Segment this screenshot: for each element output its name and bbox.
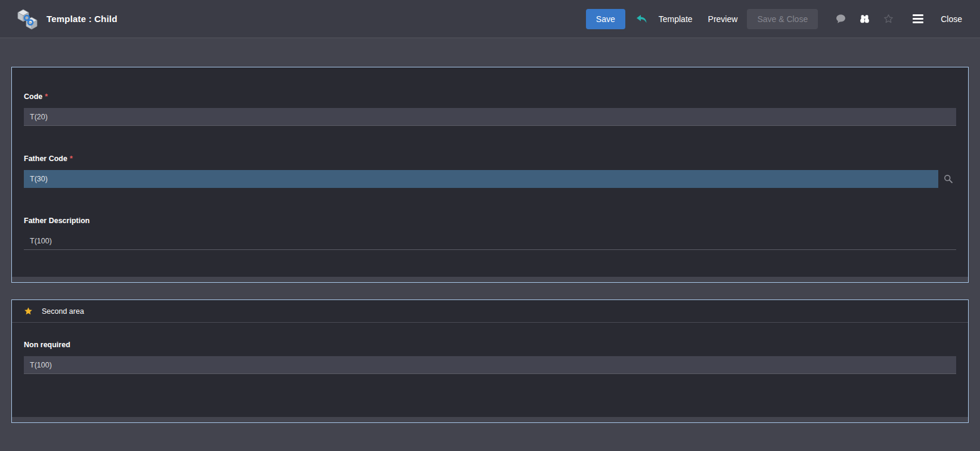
preview-button[interactable]: Preview [708,10,738,29]
field-father-code: Father Code* T(30) [24,155,956,188]
save-and-close-button[interactable]: Save & Close [747,9,818,29]
field-code: Code* T(20) [24,92,956,126]
star-icon[interactable] [881,12,895,26]
comment-icon[interactable] [833,12,848,26]
hamburger-menu-icon[interactable] [911,12,925,26]
panel-resize-strip [12,417,968,422]
second-area-header: Second area [12,300,968,323]
father-code-input[interactable]: T(30) [24,170,938,188]
template-button[interactable]: Template [659,10,693,29]
search-icon[interactable] [941,171,956,187]
panel-resize-strip [12,277,968,282]
form-page: Code* T(20) Father Code* T(30) [0,38,980,423]
non-required-label: Non required [24,341,956,349]
topbar: Template : Child Save Template Preview S… [0,0,980,38]
father-description-label: Father Description [24,217,956,225]
close-button[interactable]: Close [941,10,962,29]
gold-star-icon [24,307,33,316]
form-section-second-area: Second area Non required T(100) [11,299,969,423]
undo-icon[interactable] [635,12,649,26]
linked-cubes-icon [15,7,39,31]
non-required-input[interactable]: T(100) [24,356,956,374]
section-title: Second area [42,307,84,316]
field-father-description: Father Description T(100) [24,217,956,250]
code-input[interactable]: T(20) [24,108,956,126]
code-label: Code* [24,92,956,101]
page-title: Template : Child [46,14,117,24]
required-marker: * [45,92,48,101]
form-section-main: Code* T(20) Father Code* T(30) [11,67,969,283]
field-non-required: Non required T(100) [24,341,956,374]
father-description-input[interactable]: T(100) [24,232,956,250]
required-marker: * [70,155,73,163]
save-button[interactable]: Save [586,9,625,29]
binoculars-icon[interactable] [857,12,872,26]
father-code-label: Father Code* [24,155,956,163]
